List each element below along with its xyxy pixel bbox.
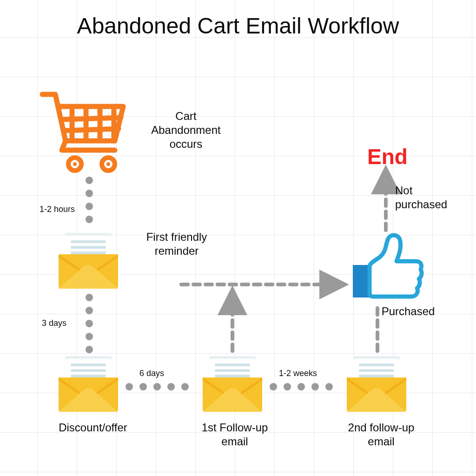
svg-line-4 <box>63 118 121 119</box>
diagram-title: Abandoned Cart Email Workflow <box>0 13 476 40</box>
timing-6-days: 6 days <box>139 369 164 378</box>
label-end: End <box>367 144 408 169</box>
timing-3-days: 3 days <box>42 318 66 328</box>
svg-point-9 <box>106 162 110 166</box>
email-icon-followup2 <box>344 353 409 414</box>
svg-point-8 <box>73 162 77 166</box>
svg-line-5 <box>64 129 119 131</box>
label-discount-offer: Discount/offer <box>51 421 135 435</box>
timing-1-2-weeks: 1-2 weeks <box>279 369 317 378</box>
svg-rect-16 <box>353 265 370 298</box>
label-purchased: Purchased <box>376 304 441 318</box>
email-icon-discount <box>56 353 121 414</box>
label-not-purchased: Not purchased <box>395 184 460 212</box>
email-icon-reminder <box>56 230 121 291</box>
timing-1-2-hours: 1-2 hours <box>40 205 75 214</box>
thumbs-up-icon <box>351 232 425 302</box>
cart-icon <box>40 91 128 174</box>
label-followup-2: 2nd follow-up email <box>335 421 428 449</box>
label-cart-abandonment: Cart Abandonment occurs <box>139 109 232 151</box>
label-first-reminder: First friendly reminder <box>135 230 218 258</box>
email-icon-followup1 <box>200 353 265 414</box>
label-followup-1: 1st Follow-up email <box>191 421 279 449</box>
